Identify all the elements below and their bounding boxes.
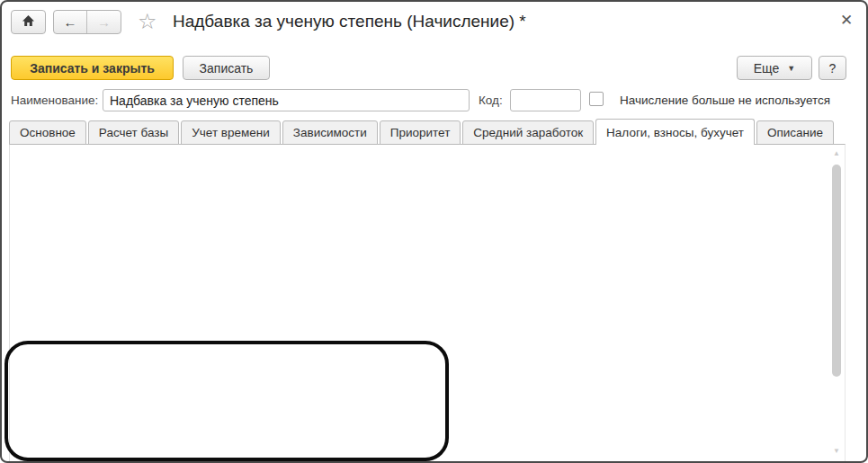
not-used-checkbox[interactable] (589, 92, 604, 106)
name-label: Наименование: (11, 93, 98, 107)
code-input[interactable] (510, 89, 581, 111)
scrollbar-thumb[interactable] (832, 165, 841, 377)
help-button[interactable]: ? (819, 56, 846, 80)
name-input[interactable] (103, 89, 470, 111)
forward-button[interactable]: → (87, 11, 121, 33)
form-window: ← → ☆ Надбавка за ученую степень (Начисл… (0, 0, 868, 463)
home-button[interactable] (11, 10, 46, 34)
tab-content-panel (9, 144, 846, 461)
tab-sredniy-zarabotok[interactable]: Средний заработок (462, 120, 594, 145)
tab-nalogi-vznosy-buhuchet[interactable]: Налоги, взносы, бухучет (595, 119, 755, 145)
save-and-close-button[interactable]: Записать и закрыть (11, 56, 174, 80)
scroll-up-icon[interactable]: ▲ (831, 149, 842, 157)
code-label: Код: (479, 93, 503, 107)
tab-bar: Основное Расчет базы Учет времени Зависи… (9, 119, 836, 145)
tab-osnovnoe[interactable]: Основное (9, 120, 86, 145)
history-nav: ← → (53, 10, 121, 34)
more-button-label: Еще (754, 61, 780, 76)
not-used-label: Начисление больше не используется (620, 93, 830, 107)
back-arrow-icon: ← (64, 14, 77, 30)
chevron-down-icon: ▼ (787, 64, 795, 73)
forward-arrow-icon: → (97, 14, 111, 30)
tab-opisanie[interactable]: Описание (756, 120, 834, 145)
tab-raschet-bazy[interactable]: Расчет базы (88, 120, 179, 145)
page-title: Надбавка за ученую степень (Начисление) … (173, 12, 526, 31)
back-button[interactable]: ← (54, 11, 87, 33)
favorite-star-icon[interactable]: ☆ (138, 9, 157, 34)
home-icon (22, 14, 35, 31)
tab-prioritet[interactable]: Приоритет (380, 120, 461, 145)
scroll-down-icon[interactable]: ▼ (831, 447, 842, 455)
save-button[interactable]: Записать (183, 56, 270, 80)
vertical-scrollbar[interactable]: ▲ ▼ (831, 147, 842, 457)
tab-zavisimosti[interactable]: Зависимости (282, 120, 378, 145)
tab-uchet-vremeni[interactable]: Учет времени (181, 120, 281, 145)
close-icon[interactable]: ✕ (840, 13, 853, 28)
more-button[interactable]: Еще ▼ (737, 56, 812, 80)
